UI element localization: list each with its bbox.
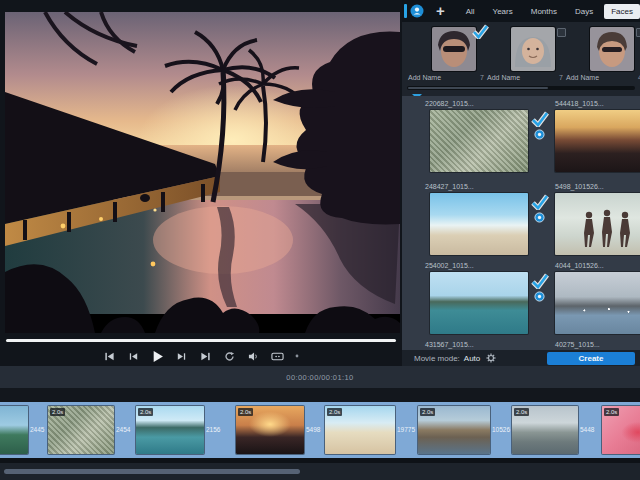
clip-duration-badge: 2.0s: [604, 408, 619, 416]
timeline-clip-rocky-coast[interactable]: 2.0s: [512, 406, 578, 454]
timeline-track[interactable]: 2445 2.0s 2454 2.0s 2156 2.0s 5498 2.0s …: [0, 402, 640, 458]
face-2-add-name-link[interactable]: Add Name: [487, 74, 520, 81]
tab-months[interactable]: Months: [524, 4, 564, 19]
media-thumbnail-sunset-lantern[interactable]: [555, 110, 640, 172]
jump-start-button[interactable]: [103, 350, 116, 363]
step-forward-button[interactable]: [175, 350, 188, 363]
tab-days[interactable]: Days: [568, 4, 600, 19]
people-figures: [555, 193, 640, 255]
playback-controls: [0, 346, 402, 366]
movie-mode-bar: Movie mode: Auto Create: [402, 350, 640, 366]
face-thumbnail-2[interactable]: [511, 27, 555, 71]
timeline-scrollbar-thumb[interactable]: [4, 469, 300, 474]
media-filename: 544418_1015...: [555, 100, 604, 107]
faces-scrollbar[interactable]: [407, 86, 635, 90]
clip-duration-badge: 2.0s: [420, 408, 435, 416]
timeline-clip-sunset-person[interactable]: 2.0s: [236, 406, 304, 454]
play-button[interactable]: [151, 350, 164, 363]
tab-all[interactable]: All: [459, 4, 482, 19]
clip-id-fragment: 10526: [492, 426, 510, 433]
movie-mode-value[interactable]: Auto: [464, 354, 480, 363]
face-3-checkbox[interactable]: [636, 28, 640, 37]
step-back-button[interactable]: [127, 350, 140, 363]
controls-more-dot[interactable]: [295, 354, 299, 358]
face-cell-1: Add Name 7: [406, 22, 485, 92]
timeline-header-strip: [0, 388, 640, 402]
tab-years[interactable]: Years: [486, 4, 520, 19]
clip-duration-badge: 2.0s: [238, 408, 253, 416]
media-thumbnail-village-aerial[interactable]: [430, 110, 528, 172]
timeline-clip-island[interactable]: [0, 406, 28, 454]
photo-movie-editor-window: + All Years Months Days Faces: [0, 0, 640, 480]
gear-icon[interactable]: [486, 353, 496, 363]
clip-id-fragment: 2454: [116, 426, 130, 433]
library-panel: + All Years Months Days Faces: [402, 0, 640, 366]
clip-duration-badge: 2.0s: [138, 408, 153, 416]
media-filename: 4044_101526...: [555, 262, 604, 269]
preview-panel: [0, 0, 402, 366]
aspect-ratio-button[interactable]: [271, 350, 284, 363]
clip-id-fragment: 5448: [580, 426, 594, 433]
preview-viewport: [5, 12, 400, 333]
timeline-clip-lagoon[interactable]: 2.0s: [136, 406, 204, 454]
media-filename: 5498_101526...: [555, 183, 604, 190]
clip-duration-badge: 2.0s: [327, 408, 342, 416]
clip-duration-badge: 2.0s: [514, 408, 529, 416]
face-1-photo-count: 7: [480, 74, 484, 81]
face-cell-2: Add Name 7: [485, 22, 564, 92]
movie-mode-label: Movie mode:: [414, 354, 460, 363]
volume-button[interactable]: [247, 350, 260, 363]
media-thumbnail-people-in-surf[interactable]: [555, 193, 640, 255]
faces-strip: Add Name 7 Add Name 7: [402, 22, 640, 104]
media-filename: 40275_1015...: [555, 341, 600, 348]
create-button[interactable]: Create: [547, 352, 635, 365]
media-filename: 254002_1015...: [425, 262, 474, 269]
media-5-checkmark-icon[interactable]: [531, 273, 549, 289]
timeline-clip-beach-couple[interactable]: 2.0s: [325, 406, 395, 454]
jump-end-button[interactable]: [199, 350, 212, 363]
repeat-button[interactable]: [223, 350, 236, 363]
timecode-bar: 00:00:00/00:01:10: [0, 366, 640, 388]
media-3-checkmark-icon[interactable]: [531, 194, 549, 210]
media-filename: 248427_1015...: [425, 183, 474, 190]
face-thumbnail-1[interactable]: [432, 27, 476, 71]
view-tabs: All Years Months Days Faces: [459, 4, 640, 19]
library-header: + All Years Months Days Faces: [402, 0, 640, 22]
timeline-clip-village[interactable]: 2.0s: [48, 406, 114, 454]
media-thumbnail-pool-palms[interactable]: [430, 272, 528, 334]
media-filename: 431567_1015...: [425, 341, 474, 348]
clip-id-fragment: 2156: [206, 426, 220, 433]
face-1-add-name-link[interactable]: Add Name: [408, 74, 441, 81]
preview-image: [5, 12, 400, 333]
clip-id-fragment: 19775: [397, 426, 415, 433]
media-grid: 220682_1015... 544418_1015... 248427_101…: [402, 96, 640, 350]
face-cell-3: Add Name 4: [564, 22, 640, 92]
faces-scrollbar-thumb[interactable]: [408, 87, 548, 89]
media-filename: 220682_1015...: [425, 100, 474, 107]
face-photo-1: [432, 27, 476, 71]
media-5-badge-icon: [534, 291, 545, 302]
media-3-badge-icon: [534, 212, 545, 223]
add-media-button[interactable]: +: [436, 4, 445, 18]
panel-accent-bar: [404, 4, 407, 18]
media-1-checkmark-icon[interactable]: [531, 111, 549, 127]
timeline-clip-pink-flower[interactable]: 2.0s: [602, 406, 640, 454]
media-thumbnail-harbor[interactable]: [555, 272, 640, 334]
timeline-scroll-area: [0, 463, 640, 480]
face-3-add-name-link[interactable]: Add Name: [566, 74, 599, 81]
timecode-display: 00:00:00/00:01:10: [286, 373, 353, 382]
seek-bar[interactable]: [6, 339, 396, 342]
media-1-badge-icon: [534, 129, 545, 140]
tab-faces[interactable]: Faces: [604, 4, 640, 19]
clip-id-fragment: 5498: [306, 426, 320, 433]
timeline-clip-coastal-cliff[interactable]: 2.0s: [418, 406, 490, 454]
face-photo-2: [511, 27, 555, 71]
face-thumbnail-3[interactable]: [590, 27, 634, 71]
clip-duration-badge: 2.0s: [50, 408, 65, 416]
face-photo-3: [590, 27, 634, 71]
faces-mode-icon: [410, 4, 424, 18]
face-2-photo-count: 7: [559, 74, 563, 81]
media-thumbnail-beach-surf[interactable]: [430, 193, 528, 255]
clip-id-fragment: 2445: [30, 426, 44, 433]
